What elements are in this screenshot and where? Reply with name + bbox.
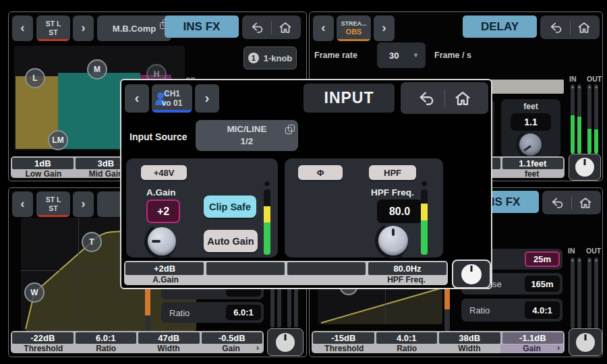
channel-name: ST L [46,20,61,28]
out-label: OUT [587,75,602,83]
ratio-row[interactable]: Ratio 4.0:1 [461,299,562,322]
tab-label: INS FX [183,20,221,34]
gain-knob-button[interactable] [569,154,601,181]
tab-delay[interactable]: DELAY [463,16,537,38]
back-button[interactable] [549,20,564,35]
in-meter-l [571,257,575,328]
chevron-left-icon: ‹ [20,196,24,211]
row-label: Ratio [169,307,190,317]
knob-icon [576,333,595,352]
auto-gain-button[interactable]: Auto Gain [204,230,258,252]
channel-select-button[interactable]: CH1 vo 01 [152,84,192,113]
channel-select-button[interactable]: ST L ST [36,16,70,41]
input-source-label: Input Source [129,131,187,142]
gain-knob-button[interactable] [267,328,304,356]
again-value[interactable]: +2 [146,200,180,223]
chevron-left-icon: ‹ [20,20,24,35]
back-button[interactable] [550,195,565,210]
param-label-gain: Gain› [200,344,262,353]
home-button[interactable] [278,20,293,35]
param-value-low-gain[interactable]: 1dB [12,158,74,169]
gain-knob-button[interactable] [569,328,602,356]
param-value-threshold[interactable]: -15dB [313,332,374,344]
param-value-3[interactable] [287,262,366,275]
param-value-delay[interactable]: 1.1feet [502,158,564,169]
band-handle-l[interactable]: L [25,68,45,88]
param-label-low-gain: Low Gain [12,170,75,179]
hpf-freq-value[interactable]: 80.0 [377,200,422,223]
param-label-width: Width [438,344,501,353]
next-channel-button[interactable]: › [374,16,395,41]
clip-safe-button[interactable]: Clip Safe [204,195,256,218]
feet-unit-label: feet [501,102,560,111]
chevron-left-icon: ‹ [135,90,140,106]
channel-select-button[interactable]: ST L ST [36,191,70,217]
param-value-width[interactable]: 38dB [439,332,500,344]
hpf-button[interactable]: HPF [369,165,416,180]
knob-icon [461,264,482,284]
input-source-value2: 1/2 [241,135,254,148]
param-value-hpf[interactable]: 80.0Hz [368,262,446,275]
param-value-ratio[interactable]: 6.0:1 [76,332,137,344]
again-knob[interactable] [148,227,176,255]
channel-select-button[interactable]: STREA... OBS [337,16,371,41]
param-value-gain[interactable]: -0.5dB [202,332,263,344]
prev-channel-button[interactable]: ‹ [12,16,33,41]
delay-feet-cell: feet 1.1 [501,99,560,158]
hpf-freq-label: HPF Freq. [371,187,414,198]
home-button[interactable] [577,20,591,35]
home-button[interactable] [453,89,472,108]
input-source-button[interactable]: MIC/LINE 1/2 [196,120,298,151]
param-value-width[interactable]: 47dB [138,332,200,344]
back-button[interactable] [417,89,436,108]
channel-color-bar [337,39,370,41]
delay-knob[interactable] [519,133,542,156]
ratio-row[interactable]: Ratio 6.0:1 [161,302,264,323]
frame-rate-dropdown[interactable]: 30 ▼ [377,42,426,68]
divider [571,196,572,210]
divider [570,21,571,34]
chevron-left-icon: ‹ [321,20,325,35]
out-meter-r [594,257,598,328]
tab-ins-fx[interactable]: INS FX [165,16,239,38]
prev-channel-button[interactable]: ‹ [12,191,33,217]
hpf-meter [421,189,428,255]
width-handle[interactable]: W [24,282,45,303]
in-meter-l [571,84,575,154]
preset-button[interactable]: M.B.Comp [97,16,171,41]
next-channel-button[interactable]: › [195,84,219,113]
dropdown-arrow-icon: ▼ [413,52,419,59]
param-value-gain-selected[interactable]: -1.1dB [502,332,564,344]
channel-name2: ST [49,28,57,37]
param-value-ratio[interactable]: 4.0:1 [376,332,438,344]
back-icon [549,20,564,35]
phantom-48v-button[interactable]: +48V [141,165,187,180]
prev-channel-button[interactable]: ‹ [313,16,334,41]
back-button[interactable] [250,20,265,35]
row-value: 6.0:1 [226,305,261,320]
param-label-ratio: Ratio [376,344,438,353]
param-value-threshold[interactable]: -22dB [12,332,74,344]
home-button[interactable] [578,195,593,210]
knob-icon [575,158,594,177]
hpf-knob[interactable] [378,226,408,255]
one-knob-label: 1-knob [264,53,293,63]
band-handle-m[interactable]: M [87,59,107,80]
gain-knob-button[interactable] [452,260,491,289]
one-knob-button[interactable]: 1 1-knob [243,47,297,69]
channel-name: CH1 [164,89,180,98]
band-handle-lm[interactable]: LM [48,130,68,150]
delay-value[interactable]: 1.1 [511,113,551,131]
next-channel-button[interactable]: › [73,191,94,217]
threshold-handle[interactable]: T [82,232,102,252]
divider [444,90,445,107]
param-value-2[interactable] [206,262,285,275]
next-channel-button[interactable]: › [73,16,94,41]
phase-button[interactable]: Φ [298,165,343,180]
row-value: 165m [525,276,560,292]
param-value-again[interactable]: +2dB [125,262,204,275]
dialog-title: INPUT [304,84,395,113]
prev-channel-button[interactable]: ‹ [125,84,149,113]
system-buttons [542,191,601,214]
param-label-threshold: Threshold [313,344,376,353]
